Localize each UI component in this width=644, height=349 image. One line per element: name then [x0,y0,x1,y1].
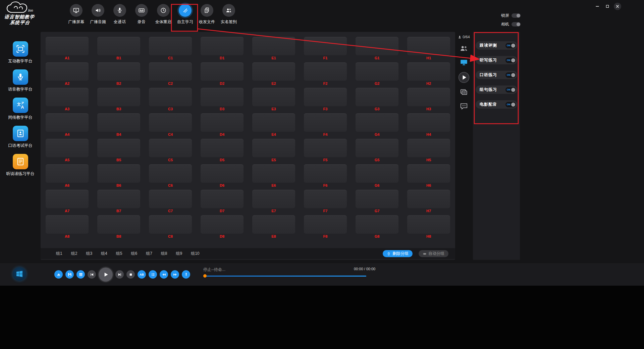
seat-C2[interactable]: C2 [149,62,192,86]
seat-A3[interactable]: A3 [46,88,89,111]
group-tab-3[interactable]: 组3 [86,251,92,256]
player-eject-button[interactable] [54,270,63,279]
sidebar-item-listening-practice[interactable]: 听说读练习平台 [6,154,35,177]
seat-B2[interactable]: B2 [97,62,140,86]
group-tab-2[interactable]: 组2 [71,251,77,256]
auto-group-button[interactable]: 自动分组 [419,250,448,257]
player-annotate-button[interactable] [182,270,190,279]
seat-F4[interactable]: F4 [304,113,347,137]
toolbar-all-call[interactable]: 全通话 [112,4,127,25]
toolbar-sign-in[interactable]: 实名签到 [221,4,236,25]
seat-B3[interactable]: B3 [97,88,140,111]
seat-F8[interactable]: F8 [304,215,347,239]
seat-H7[interactable]: H7 [407,190,450,213]
seat-E6[interactable]: E6 [252,164,295,188]
lock-screen-toggle[interactable] [512,13,521,18]
seat-A6[interactable]: A6 [46,164,89,188]
player-stop-button[interactable] [126,270,135,279]
audience-icon[interactable] [460,44,468,53]
group-tab-5[interactable]: 组5 [116,251,122,256]
seat-D1[interactable]: D1 [201,37,244,60]
oral-practice-toggle[interactable]: ON [505,72,516,78]
seat-A8[interactable]: A8 [46,215,89,239]
group-tab-6[interactable]: 组6 [131,251,137,256]
seat-B4[interactable]: B4 [97,113,140,137]
seat-F5[interactable]: F5 [304,139,347,162]
player-previous-button[interactable] [88,270,96,279]
seat-B6[interactable]: B6 [97,164,140,188]
seat-D7[interactable]: D7 [201,190,244,213]
layers-icon[interactable] [460,88,468,97]
delete-group-button[interactable]: 删除分组 [383,250,413,257]
toolbar-record[interactable]: 录音 [134,4,149,25]
seat-E3[interactable]: E3 [252,88,295,111]
seat-D4[interactable]: D4 [201,113,244,137]
toolbar-broadcast-screen[interactable]: 广播屏幕 [69,4,84,25]
seat-H4[interactable]: H4 [407,113,450,137]
seat-F2[interactable]: F2 [304,62,347,86]
group-tab-7[interactable]: 组7 [146,251,152,256]
seat-H8[interactable]: H8 [407,215,450,239]
dictation-toggle[interactable]: ON [505,58,516,63]
seat-B8[interactable]: B8 [97,215,140,239]
function-dictation[interactable]: 听写练习ON [476,56,517,64]
player-save-button[interactable] [65,270,74,279]
seat-E4[interactable]: E4 [252,113,295,137]
seat-C7[interactable]: C7 [149,190,192,213]
seat-A7[interactable]: A7 [46,190,89,213]
seat-G6[interactable]: G6 [356,164,398,188]
seat-A1[interactable]: A1 [46,37,89,60]
seat-A4[interactable]: A4 [46,113,89,137]
group-tab-9[interactable]: 组9 [176,251,182,256]
sidebar-item-simultaneous-teaching[interactable]: 文A同传教学平台 [8,98,33,120]
group-tab-10[interactable]: 组10 [191,251,199,256]
player-list-button[interactable] [149,270,157,279]
sidebar-item-voice-teaching[interactable]: 语音教学平台 [8,69,33,92]
sidebar-item-interactive-teaching[interactable]: 互动教学平台 [8,41,33,64]
player-next-button[interactable] [115,270,124,279]
seat-A5[interactable]: A5 [46,139,89,162]
windows-start-button[interactable] [13,267,26,281]
seat-H2[interactable]: H2 [407,62,450,86]
player-rewind-button[interactable] [160,270,168,279]
close-button[interactable] [614,3,621,10]
function-oral-practice[interactable]: 口语练习ON [476,71,517,79]
seat-D6[interactable]: D6 [201,164,244,188]
seat-G7[interactable]: G7 [356,190,398,213]
seat-G2[interactable]: G2 [356,62,398,86]
maximize-button[interactable] [604,3,611,10]
seat-G1[interactable]: G1 [356,37,398,60]
function-follow-read[interactable]: 跟读评测ON [476,41,517,50]
progress-handle[interactable] [203,274,207,278]
seat-C6[interactable]: C6 [149,164,192,188]
seat-C3[interactable]: C3 [149,88,192,111]
seat-B5[interactable]: B5 [97,139,140,162]
seat-D3[interactable]: D3 [201,88,244,111]
player-playlist-button[interactable] [76,270,85,279]
player-play-button[interactable] [99,268,113,282]
toolbar-restart-all[interactable]: 全体重启 [156,4,171,25]
screen-share-icon[interactable] [460,58,468,67]
seat-D5[interactable]: D5 [201,139,244,162]
seat-D2[interactable]: D2 [201,62,244,86]
toolbar-send-files[interactable]: 收发文件 [200,4,214,25]
seat-A2[interactable]: A2 [46,62,89,86]
seat-C4[interactable]: C4 [149,113,192,137]
progress-bar[interactable] [205,276,366,277]
seat-F7[interactable]: F7 [304,190,347,213]
player-ab-repeat-button[interactable]: AB [138,270,146,279]
messages-icon[interactable] [460,102,468,111]
seat-H3[interactable]: H3 [407,88,450,111]
seat-H6[interactable]: H6 [407,164,450,188]
group-tab-1[interactable]: 组1 [56,251,62,256]
seat-F3[interactable]: F3 [304,88,347,111]
player-forward-button[interactable] [171,270,179,279]
seat-C1[interactable]: C1 [149,37,192,60]
toolbar-self-study[interactable]: 自主学习 [178,4,193,25]
group-tab-8[interactable]: 组8 [161,251,167,256]
movie-dubbing-toggle[interactable]: ON [505,102,516,107]
play-media-icon[interactable] [458,72,470,83]
minimize-button[interactable] [594,3,601,10]
camera-toggle[interactable] [512,22,521,26]
seat-F1[interactable]: F1 [304,37,347,60]
